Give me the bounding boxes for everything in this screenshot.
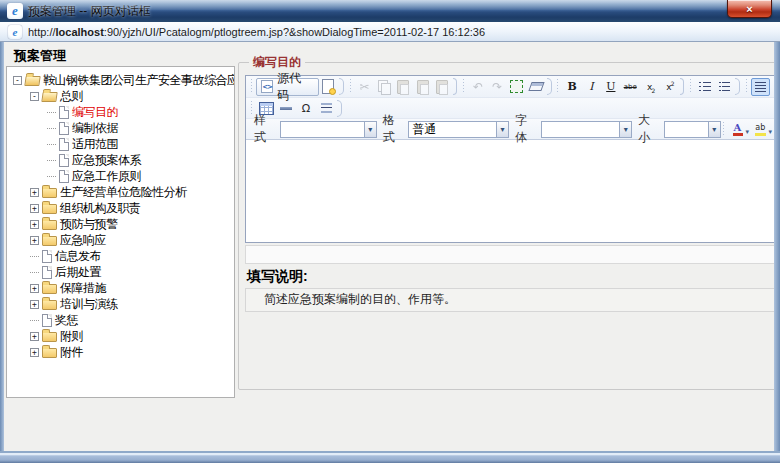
expand-icon[interactable] [30,204,39,213]
source-button[interactable]: 源代码 [256,78,319,96]
redo-button[interactable] [488,78,507,96]
tree-item[interactable]: 附则 [7,328,234,344]
document-icon [42,250,52,263]
folder-icon [42,220,57,230]
collapse-icon[interactable] [30,92,39,101]
document-icon [59,138,69,151]
toolbar-grip [250,79,253,94]
special-char-button[interactable] [296,99,316,117]
tree-item[interactable]: 应急工作原则 [7,168,234,184]
tree-item-label: 总则 [60,88,83,105]
tree-item[interactable]: 信息发布 [7,248,234,264]
tree-item[interactable]: 应急预案体系 [7,152,234,168]
paste-button[interactable] [393,78,412,96]
tree-item[interactable]: 后期处置 [7,264,234,280]
tree-item[interactable]: 总则 [7,88,234,104]
tree-item-label: 信息发布 [55,248,101,265]
tree-item[interactable]: 附件 [7,344,234,360]
document-icon [59,154,69,167]
chevron-down-icon[interactable] [708,121,721,138]
page-break-button[interactable] [316,99,336,117]
toolbar-grip [349,79,352,94]
close-button[interactable]: × [727,0,772,18]
cut-button[interactable] [355,78,374,96]
remove-format-button[interactable] [526,78,545,96]
paste-text-button[interactable] [413,78,432,96]
folder-icon [42,284,57,294]
cut-icon [357,79,372,95]
chevron-down-icon[interactable] [364,121,377,138]
tree-item[interactable]: 编写目的 [7,104,234,120]
collapse-icon[interactable] [13,76,22,85]
size-select: 大小 [635,112,720,146]
expand-icon[interactable] [30,236,39,245]
expand-icon[interactable] [30,348,39,357]
font-select-value[interactable] [541,121,620,138]
toolbar-grip [462,79,465,94]
window-border-right [774,42,780,451]
redo-icon [490,79,505,95]
folder-icon [42,204,57,214]
align-left-icon [753,79,768,95]
folder-icon [42,348,57,358]
tree-item[interactable]: 组织机构及职责 [7,200,234,216]
style-select-value[interactable] [280,121,364,138]
subscript-button[interactable] [640,78,659,96]
tree-item[interactable]: 培训与演练 [7,296,234,312]
editor-content-area[interactable] [246,139,774,242]
expand-icon[interactable] [30,188,39,197]
italic-button[interactable] [582,78,601,96]
superscript-button[interactable] [659,78,678,96]
expand-icon[interactable] [30,332,39,341]
expand-icon[interactable] [30,220,39,229]
unordered-list-button[interactable] [715,78,734,96]
size-select-value[interactable] [664,121,708,138]
ordered-list-button[interactable] [695,78,714,96]
format-select-label: 格式 [383,112,405,146]
toolbar-group-end [735,78,740,95]
font-select-label: 字体 [515,112,537,146]
tree-item[interactable]: 适用范围 [7,136,234,152]
chevron-down-icon[interactable] [619,121,632,138]
text-color-button[interactable] [728,120,751,138]
highlight-color-button[interactable] [751,120,774,138]
tree-item[interactable]: 保障措施 [7,280,234,296]
folder-icon [42,300,57,310]
select-all-button[interactable] [507,78,526,96]
copy-button[interactable] [374,78,393,96]
align-left-button[interactable] [751,78,770,96]
tree-item-label: 应急预案体系 [72,152,141,169]
paste-word-button[interactable] [432,78,451,96]
chevron-down-icon [768,120,772,138]
tree-connector [30,320,39,321]
horizontal-rule-button[interactable] [276,99,296,117]
expand-icon[interactable] [30,284,39,293]
tree-item[interactable]: 预防与预警 [7,216,234,232]
tree-item[interactable]: 鞍山钢铁集团公司生产安全事故综合应急预案 [7,72,234,88]
table-button[interactable] [256,99,276,117]
tree-item-label: 编写目的 [72,104,118,121]
text-color-icon [730,121,744,137]
strikethrough-button[interactable] [621,78,640,96]
folder-icon [24,76,40,86]
horizontal-rule-icon [278,100,294,116]
align-center-icon [772,79,774,95]
new-page-button[interactable] [319,78,338,96]
tree-item-label: 应急响应 [60,232,106,249]
tree-item[interactable]: 应急响应 [7,232,234,248]
folder-icon [42,236,57,246]
format-select-value[interactable]: 普通 [408,121,496,138]
tree-item[interactable]: 编制依据 [7,120,234,136]
expand-icon[interactable] [30,300,39,309]
ie-icon: e [8,25,22,39]
tree-item[interactable]: 生产经营单位危险性分析 [7,184,234,200]
tree-item[interactable]: 奖惩 [7,312,234,328]
undo-button[interactable] [468,78,487,96]
underline-button[interactable] [601,78,620,96]
chevron-down-icon[interactable] [496,121,509,138]
note-heading: 填写说明: [247,268,774,286]
align-center-button[interactable] [770,78,774,96]
font-select: 字体 [512,112,632,146]
superscript-icon [661,79,676,95]
bold-button[interactable] [562,78,581,96]
